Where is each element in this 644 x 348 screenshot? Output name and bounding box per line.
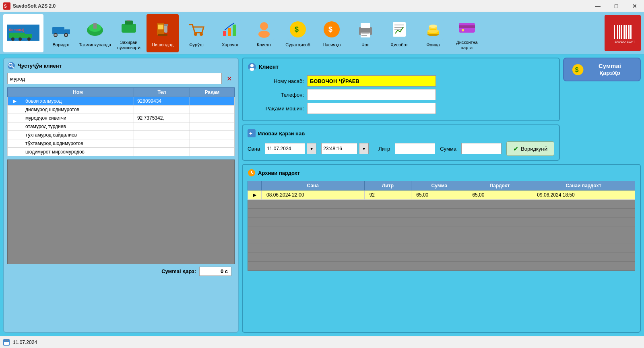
- xarojot-button[interactable]: Харочот: [214, 14, 246, 52]
- hisobot-button[interactable]: Ҳисобот: [383, 14, 415, 52]
- archive-table: Сана Литр Сумма Пардохт Санаи пардохт ▶ …: [248, 181, 635, 271]
- archive-arrow-col: [248, 181, 262, 191]
- nasiya-icon: $: [320, 18, 343, 41]
- client-field-label: Ному насаб:: [248, 78, 304, 84]
- svg-rect-23: [127, 20, 130, 21]
- foida-button[interactable]: Фоида: [417, 14, 449, 52]
- row-num: [190, 148, 234, 156]
- svg-rect-97: [7, 340, 8, 341]
- table-row[interactable]: шодимурот мирзомуродов: [8, 148, 235, 156]
- debt-total-button[interactable]: $ Сумmai қарзҳо: [563, 58, 641, 81]
- table-row[interactable]: тӯхтамурод сайдалиев: [8, 131, 235, 139]
- clients-table: Ном Тел Рақам ▶ бовои холмурод 928099434…: [7, 87, 235, 156]
- search-clear-button[interactable]: ✕: [223, 73, 235, 84]
- taminkunanda-button[interactable]: Таъминкунанда: [79, 14, 111, 52]
- zahira-icon: [118, 16, 140, 38]
- suratkisob-button[interactable]: $ Суратҳисоб: [282, 14, 314, 52]
- status-date: 11.07.2024: [13, 340, 37, 345]
- search-input[interactable]: [7, 73, 222, 84]
- right-panel: Клиент Ному насаб:Телефон:Рақами мошин: …: [242, 58, 641, 333]
- archive-row-litr: 92: [364, 191, 411, 200]
- svg-point-6: [11, 37, 14, 41]
- summa-input[interactable]: [461, 143, 502, 154]
- maximize-button[interactable]: □: [607, 0, 625, 12]
- nishondod-button[interactable]: Нишондод: [147, 14, 179, 52]
- svg-rect-71: [617, 25, 618, 39]
- svg-rect-51: [361, 35, 367, 36]
- svg-rect-70: [616, 25, 616, 39]
- diskont-icon: [456, 16, 478, 38]
- svg-point-67: [462, 29, 464, 31]
- archive-empty-row: [248, 209, 635, 218]
- svg-rect-27: [164, 25, 167, 33]
- row-num: [190, 131, 234, 139]
- svg-rect-48: [361, 23, 370, 28]
- foida-icon: [422, 18, 444, 41]
- furush-button[interactable]: Фурӯш: [180, 14, 213, 52]
- table-row[interactable]: ▶ бовои холмурод 928099434: [8, 97, 235, 106]
- client-preview: [7, 160, 235, 264]
- kliyent-button[interactable]: Клиент: [248, 14, 280, 52]
- svg-rect-76: [626, 25, 627, 39]
- suratkisob-icon: $: [287, 18, 309, 41]
- client-name-input[interactable]: [307, 75, 436, 87]
- svg-text:SAVDO SOFT: SAVDO SOFT: [615, 40, 635, 44]
- archive-pardoxt-header: Пардохт: [467, 181, 532, 191]
- time-input[interactable]: [321, 143, 357, 154]
- table-row[interactable]: муродҷон сиветчи 92 7375342,: [8, 114, 235, 122]
- svg-point-39: [258, 31, 270, 38]
- row-name: муродҷон сиветчи: [22, 114, 134, 122]
- barcode-button[interactable]: SAVDO SOFT: [605, 15, 641, 51]
- hisobot-label: Ҳисобот: [390, 42, 408, 48]
- svg-point-32: [200, 33, 203, 36]
- date-input[interactable]: [265, 143, 305, 154]
- zahira-button[interactable]: Захираи сӯзишворӣ: [113, 14, 145, 52]
- client-field-row: Телефон:: [248, 89, 554, 100]
- svg-rect-4: [9, 33, 25, 38]
- left-panel: Ҷустуҷӯи клиент ✕ Ном Тел Рақам: [3, 58, 239, 333]
- archive-date-header: Сана: [262, 181, 365, 191]
- diskont-button[interactable]: Дисконтна карта: [451, 14, 483, 52]
- diskont-label: Дисконтна карта: [452, 40, 481, 50]
- svg-rect-74: [623, 25, 623, 39]
- status-calendar-icon: [3, 339, 10, 346]
- debt-add-section: + Иловаи қарзи нав Сана ▼ ▼: [242, 124, 560, 161]
- row-name: тӯхтамурод сайдалиев: [22, 131, 134, 139]
- company-logo: Somon.tj: [3, 14, 43, 52]
- client-field-row: Ному насаб:: [248, 75, 554, 87]
- furush-icon: [185, 18, 208, 41]
- table-row[interactable]: дилмурод шодимуротов: [8, 106, 235, 114]
- debt-total-label: Сумmai қарзҳо: [588, 62, 632, 77]
- row-arrow: [8, 122, 22, 131]
- enter-button[interactable]: ✔ Воридкунӣ: [506, 141, 554, 156]
- minimize-button[interactable]: —: [588, 0, 607, 12]
- client-car-input[interactable]: [307, 103, 436, 114]
- nasiya-button[interactable]: $ Насияҳо: [316, 14, 348, 52]
- app-title: SavdoSoft AZS 2.0: [13, 3, 56, 9]
- app-icon: S: [3, 2, 10, 10]
- client-phone-input[interactable]: [307, 89, 436, 100]
- toolbar: Somon.tj Воридот: [0, 12, 644, 54]
- table-row[interactable]: тӯхтамурод шодимуротов: [8, 139, 235, 148]
- time-picker-button[interactable]: ▼: [359, 143, 369, 154]
- close-button[interactable]: ✕: [625, 0, 644, 12]
- row-arrow: [8, 131, 22, 139]
- voridot-button[interactable]: Воридот: [45, 14, 77, 52]
- row-tel: [134, 131, 190, 139]
- row-num: [190, 97, 234, 106]
- debt-add-label: Иловаи қарзи нав: [258, 130, 305, 137]
- row-tel: 928099434: [134, 97, 190, 106]
- litr-input[interactable]: [395, 143, 435, 154]
- row-num: [190, 114, 234, 122]
- archive-row[interactable]: ▶ 08.06.2024 22:00 92 65,00 65,00 09.06.…: [248, 191, 635, 200]
- svg-text:$: $: [295, 25, 299, 33]
- table-row[interactable]: отамурод турдиев: [8, 122, 235, 131]
- row-num: [190, 122, 234, 131]
- svg-text:+: +: [249, 130, 252, 137]
- row-tel: [134, 148, 190, 156]
- svg-rect-10: [52, 27, 64, 34]
- xarojot-label: Харочот: [222, 42, 239, 48]
- chop-button[interactable]: Чоп: [349, 14, 382, 52]
- archive-row-pardoxt: 65,00: [467, 191, 532, 200]
- date-picker-button[interactable]: ▼: [307, 143, 316, 154]
